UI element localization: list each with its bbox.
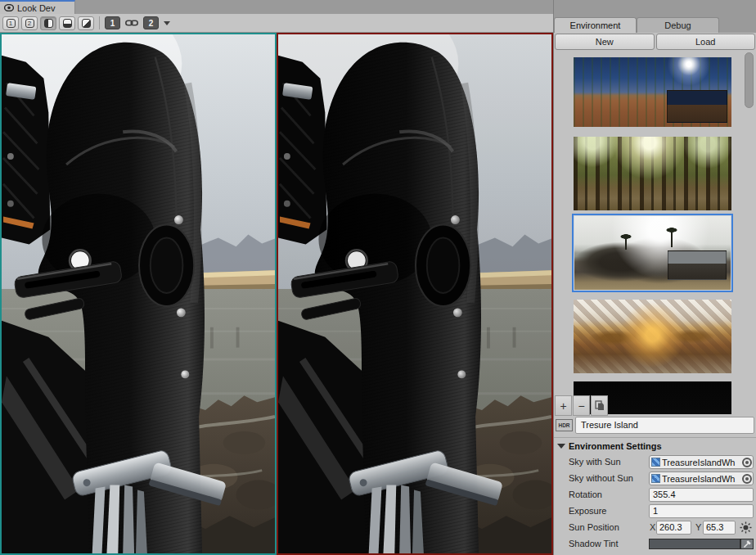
- hdri-name-row: HDR Tresure Island: [556, 417, 754, 435]
- lookdev-toolbar: 1 2 1 2: [0, 14, 553, 33]
- exposure-row: Exposure 1: [554, 504, 756, 519]
- eyedropper-button[interactable]: [740, 539, 754, 549]
- cubemap-icon: [651, 458, 660, 467]
- palm-tree-icon: [625, 237, 627, 250]
- duplicate-icon: [595, 400, 605, 411]
- hdri-thumbnail-island-selected[interactable]: [572, 214, 733, 292]
- duplicate-environment-button[interactable]: [591, 395, 608, 416]
- hdr-badge: HDR: [556, 419, 573, 431]
- sun-x-label: X: [650, 522, 655, 532]
- add-environment-button[interactable]: +: [555, 395, 572, 416]
- split-diagonal-icon: [82, 19, 91, 28]
- rotation-field[interactable]: 355.4: [649, 488, 754, 502]
- render-view-2-scene: [278, 34, 551, 553]
- sky-without-sun-row: Sky without Sun TreasureIslandWh: [554, 472, 756, 486]
- lookdev-window: { "colors": { "view1_frame": "#1f8f8c", …: [0, 0, 756, 555]
- environment-settings-title: Environment Settings: [569, 441, 662, 451]
- link-cameras-button[interactable]: [123, 16, 141, 30]
- lookdev-viewport: [0, 33, 553, 555]
- eye-icon: [4, 4, 14, 11]
- library-edit-buttons: + −: [555, 395, 608, 416]
- island-panorama: [574, 216, 731, 290]
- desert-panorama: [574, 57, 731, 127]
- lookdev-tab[interactable]: Look Dev: [0, 0, 75, 14]
- toolbar-dropdown[interactable]: [161, 16, 173, 30]
- tab-debug[interactable]: Debug: [637, 17, 719, 33]
- exposure-field[interactable]: 1: [649, 504, 754, 518]
- divider: [554, 437, 756, 438]
- split-horizontal-icon: [63, 19, 72, 28]
- sun-y-label: Y: [695, 522, 701, 532]
- zone-button[interactable]: [78, 16, 94, 30]
- object-picker-icon[interactable]: [742, 458, 752, 467]
- sky-with-sun-row: Sky with Sun TreasureIslandWh: [554, 455, 756, 470]
- object-picker-icon[interactable]: [742, 474, 752, 484]
- camera-2-toggle[interactable]: 2: [143, 16, 159, 29]
- single-view-2-button[interactable]: 2: [21, 16, 38, 30]
- shadow-tint-label: Shadow Tint: [569, 539, 619, 548]
- church-panorama: [574, 300, 731, 373]
- sun-icon: [740, 521, 752, 534]
- environment-panel: Environment Debug New Load: [553, 0, 756, 555]
- sky-without-sun-field[interactable]: TreasureIslandWh: [649, 472, 754, 485]
- rotation-row: Rotation 355.4: [554, 488, 756, 503]
- split-zone-button[interactable]: [59, 16, 75, 30]
- hdri-thumbnail-desert[interactable]: [574, 57, 731, 127]
- view-2-icon: 2: [25, 19, 34, 28]
- sun-y-field[interactable]: 65.3: [703, 521, 736, 535]
- toolbar-separator: [99, 16, 100, 29]
- sky-without-sun-label: Sky without Sun: [569, 473, 633, 483]
- window-title: Look Dev: [17, 3, 55, 13]
- render-view-2[interactable]: [277, 33, 553, 555]
- sun-x-field[interactable]: 260.3: [656, 521, 691, 535]
- split-vertical-icon: [44, 19, 53, 28]
- sun-position-label: Sun Position: [569, 522, 619, 532]
- tab-environment[interactable]: Environment: [554, 17, 637, 33]
- new-button[interactable]: New: [555, 34, 655, 50]
- sky-with-sun-field[interactable]: TreasureIslandWh: [649, 455, 754, 469]
- hdri-thumbnail-forest[interactable]: [574, 137, 731, 210]
- exposure-label: Exposure: [569, 506, 606, 516]
- island-shadow-inset: [668, 250, 727, 280]
- eyedropper-icon: [743, 539, 752, 548]
- desert-shadow-inset: [667, 90, 727, 123]
- side-by-side-button[interactable]: [40, 16, 56, 30]
- remove-environment-button[interactable]: −: [573, 395, 590, 416]
- library-actions: New Load: [555, 34, 755, 50]
- sky-with-sun-label: Sky with Sun: [569, 457, 621, 467]
- view-1-icon: 1: [7, 19, 16, 28]
- sky-without-sun-value: TreasureIslandWh: [662, 474, 742, 484]
- shadow-tint-swatch[interactable]: [649, 539, 740, 549]
- load-button[interactable]: Load: [656, 34, 756, 50]
- hdri-thumbnail-church[interactable]: [574, 300, 731, 373]
- palm-tree-icon: [671, 231, 673, 247]
- environment-settings-header[interactable]: Environment Settings: [554, 440, 756, 453]
- camera-1-toggle[interactable]: 1: [105, 16, 120, 29]
- render-view-1-scene: [2, 34, 275, 553]
- forest-panorama: [574, 137, 731, 210]
- sky-with-sun-value: TreasureIslandWh: [662, 458, 742, 467]
- single-view-1-button[interactable]: 1: [2, 16, 19, 30]
- hdri-thumbnail-list: [554, 51, 744, 414]
- cubemap-icon: [651, 474, 660, 483]
- shadow-tint-row: Shadow Tint: [554, 537, 756, 552]
- sun-position-picker-button[interactable]: [740, 521, 752, 534]
- foldout-icon: [557, 440, 565, 453]
- thumbnail-scrollbar[interactable]: [745, 52, 754, 108]
- hdri-name-field[interactable]: Tresure Island: [575, 417, 754, 434]
- render-view-1[interactable]: [0, 33, 277, 555]
- link-icon: [125, 19, 138, 27]
- rotation-label: Rotation: [569, 490, 602, 499]
- sun-position-row: Sun Position X 260.3 Y 65.3: [554, 521, 756, 535]
